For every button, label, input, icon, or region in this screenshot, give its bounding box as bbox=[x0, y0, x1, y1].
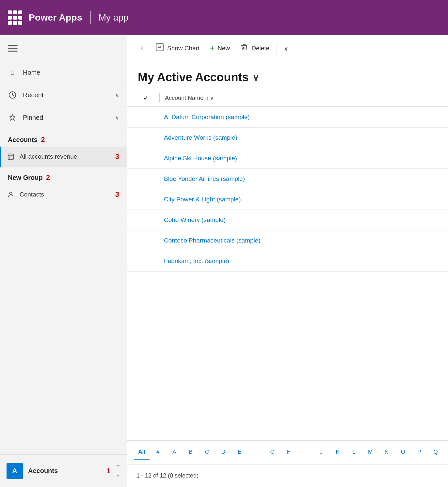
sidebar-nav: ⌂ Home Recent ∨ Pi bbox=[0, 61, 127, 454]
alpha-btn-m[interactable]: M bbox=[362, 445, 378, 460]
alpha-btn-k[interactable]: K bbox=[330, 445, 345, 460]
alpha-btn-c[interactable]: C bbox=[199, 445, 215, 460]
account-link[interactable]: Coho Winery (sample) bbox=[164, 216, 226, 224]
sidebar-toolbar bbox=[0, 35, 127, 61]
alpha-btn-g[interactable]: G bbox=[264, 445, 280, 460]
new-group-section-header: New Group 2 bbox=[0, 167, 127, 184]
new-label: New bbox=[217, 45, 230, 52]
col-divider bbox=[159, 93, 160, 102]
alpha-btn-q[interactable]: Q bbox=[428, 445, 443, 460]
sidebar-item-contacts[interactable]: Contacts 3 bbox=[0, 184, 127, 205]
sidebar-bottom[interactable]: A Accounts 1 ⌃⌄ bbox=[0, 454, 127, 487]
alpha-btn-p[interactable]: P bbox=[411, 445, 427, 460]
hamburger-line-2 bbox=[8, 48, 18, 49]
alpha-btn-h[interactable]: H bbox=[281, 445, 296, 460]
alpha-btn-a[interactable]: A bbox=[167, 445, 182, 460]
all-accounts-revenue-badge: 3 bbox=[115, 152, 119, 161]
show-chart-label: Show Chart bbox=[167, 45, 200, 52]
alpha-btn-all[interactable]: All bbox=[134, 445, 150, 460]
select-all-checkbox[interactable]: ✓ bbox=[138, 94, 154, 102]
contacts-icon bbox=[7, 190, 15, 199]
hamburger-icon[interactable] bbox=[8, 45, 18, 52]
new-button[interactable]: + New bbox=[205, 41, 235, 56]
title-chevron-icon[interactable]: ∨ bbox=[252, 72, 259, 83]
table-row[interactable]: Adventure Works (sample) bbox=[127, 128, 448, 148]
back-button[interactable] bbox=[134, 40, 150, 56]
account-link[interactable]: Contoso Pharmaceuticals (sample) bbox=[164, 237, 261, 244]
avatar: A bbox=[7, 463, 23, 479]
sidebar-item-home[interactable]: ⌂ Home bbox=[0, 61, 127, 84]
toolbar-separator bbox=[277, 42, 277, 54]
contacts-badge: 3 bbox=[115, 190, 119, 199]
bottom-expand-icon[interactable]: ⌃⌄ bbox=[116, 464, 120, 478]
account-link[interactable]: Blue Yonder Airlines (sample) bbox=[164, 175, 245, 182]
alpha-btn-o[interactable]: O bbox=[395, 445, 411, 460]
accounts-view-icon bbox=[7, 152, 15, 161]
new-group-label: New Group bbox=[8, 174, 43, 181]
alpha-btn-b[interactable]: B bbox=[183, 445, 199, 460]
content-header: My Active Accounts ∨ bbox=[127, 61, 448, 89]
table-row[interactable]: Blue Yonder Airlines (sample) bbox=[127, 169, 448, 189]
alpha-btn-e[interactable]: E bbox=[232, 445, 248, 460]
sort-arrows: ↑ ∨ bbox=[206, 95, 214, 101]
plus-icon: + bbox=[210, 44, 214, 53]
waffle-icon[interactable] bbox=[8, 10, 22, 25]
account-link[interactable]: Alpine Ski House (sample) bbox=[164, 155, 237, 162]
hamburger-line-3 bbox=[8, 51, 18, 52]
account-link[interactable]: Adventure Works (sample) bbox=[164, 134, 237, 141]
sidebar-item-recent[interactable]: Recent ∨ bbox=[0, 84, 127, 106]
content-title: My Active Accounts ∨ bbox=[138, 71, 438, 84]
sort-asc-icon[interactable]: ↑ bbox=[206, 95, 209, 101]
chart-icon bbox=[155, 43, 164, 54]
status-bar: 1 - 12 of 12 (0 selected) bbox=[127, 464, 448, 487]
sidebar-item-pinned[interactable]: Pinned ∨ bbox=[0, 106, 127, 129]
account-link[interactable]: A. Datum Corporation (sample) bbox=[164, 114, 250, 121]
table-row[interactable]: Alpine Ski House (sample) bbox=[127, 148, 448, 169]
alpha-btn-n[interactable]: N bbox=[379, 445, 394, 460]
contacts-label: Contacts bbox=[20, 191, 111, 198]
alpha-btn-i[interactable]: I bbox=[297, 445, 313, 460]
hamburger-line-1 bbox=[8, 45, 18, 46]
table-row[interactable]: Contoso Pharmaceuticals (sample) bbox=[127, 230, 448, 251]
table-container: ✓ Account Name ↑ ∨ A. Datum Corporation … bbox=[127, 89, 448, 487]
table-row[interactable]: City Power & Light (sample) bbox=[127, 189, 448, 210]
clock-icon bbox=[8, 90, 17, 100]
content-area: Show Chart + New Delete ∨ My Active Acco bbox=[127, 35, 448, 487]
delete-button[interactable]: Delete bbox=[235, 40, 275, 56]
table-row[interactable]: A. Datum Corporation (sample) bbox=[127, 107, 448, 128]
main-layout: ⌂ Home Recent ∨ Pi bbox=[0, 35, 448, 487]
delete-label: Delete bbox=[251, 45, 269, 52]
bottom-badge: 1 bbox=[106, 467, 110, 475]
account-name-label: Account Name bbox=[165, 95, 203, 102]
alpha-btn-j[interactable]: J bbox=[313, 445, 329, 460]
alpha-btn-l[interactable]: L bbox=[346, 445, 362, 460]
alpha-btn-r[interactable]: R bbox=[444, 445, 448, 460]
bottom-accounts-label: Accounts bbox=[28, 467, 101, 475]
power-apps-label: Power Apps bbox=[29, 12, 82, 23]
sidebar-home-label: Home bbox=[23, 69, 119, 76]
sidebar-item-all-accounts-revenue[interactable]: All accounts revenue 3 bbox=[0, 147, 127, 167]
sidebar-pinned-label: Pinned bbox=[23, 114, 109, 121]
alpha-pagination: All#ABCDEFGHIJKLMNOPQRSTUVWXYZ bbox=[127, 440, 448, 464]
accounts-section-label: Accounts bbox=[8, 136, 38, 144]
new-group-badge: 2 bbox=[46, 173, 50, 182]
pinned-chevron-icon: ∨ bbox=[115, 115, 119, 121]
account-name-column-header: Account Name ↑ ∨ bbox=[165, 95, 214, 102]
table-row[interactable]: Fabrikam, Inc. (sample) bbox=[127, 251, 448, 272]
recent-chevron-icon: ∨ bbox=[115, 92, 119, 98]
toolbar-more-button[interactable]: ∨ bbox=[279, 41, 293, 55]
table-row[interactable]: Coho Winery (sample) bbox=[127, 210, 448, 230]
delete-icon bbox=[240, 43, 248, 53]
account-link[interactable]: Fabrikam, Inc. (sample) bbox=[164, 258, 229, 265]
all-accounts-revenue-label: All accounts revenue bbox=[20, 153, 111, 160]
show-chart-button[interactable]: Show Chart bbox=[150, 40, 205, 57]
sort-desc-icon[interactable]: ∨ bbox=[210, 95, 214, 101]
alpha-btn-#[interactable]: # bbox=[150, 445, 166, 460]
home-icon: ⌂ bbox=[8, 68, 17, 77]
alpha-btn-d[interactable]: D bbox=[216, 445, 231, 460]
account-link[interactable]: City Power & Light (sample) bbox=[164, 196, 241, 203]
content-title-text: My Active Accounts bbox=[138, 71, 248, 84]
table-body: A. Datum Corporation (sample) Adventure … bbox=[127, 107, 448, 440]
alpha-btn-f[interactable]: F bbox=[248, 445, 264, 460]
pin-icon bbox=[8, 113, 17, 122]
